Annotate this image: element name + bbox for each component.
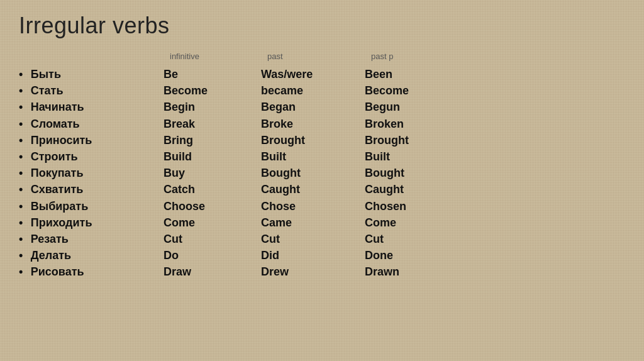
col-past-8: Chose xyxy=(261,198,365,214)
col-past-12: Drew xyxy=(261,264,365,280)
russian-word-5: Строить xyxy=(31,148,78,165)
col-russian-0: • Быть xyxy=(19,66,164,82)
bullet-3: • xyxy=(19,116,23,132)
col-past-2: Began xyxy=(261,99,365,115)
table-row: • Стать Become became Become xyxy=(19,82,625,99)
russian-word-4: Приносить xyxy=(31,132,92,148)
col-russian-12: • Рисовать xyxy=(19,264,164,280)
table-row: • Резать Cut Cut Cut xyxy=(19,231,625,247)
col-past-9: Came xyxy=(261,214,365,231)
col-infinitive-7: Catch xyxy=(164,181,261,197)
col-infinitive-1: Become xyxy=(164,82,261,99)
russian-word-8: Выбирать xyxy=(31,198,88,214)
col-russian-10: • Резать xyxy=(19,231,164,247)
col-infinitive-3: Break xyxy=(164,116,261,132)
col-pastp-2: Begun xyxy=(365,99,462,115)
russian-word-1: Стать xyxy=(31,82,64,99)
col-pastp-8: Chosen xyxy=(365,198,462,214)
col-russian-5: • Строить xyxy=(19,148,164,165)
col-infinitive-11: Do xyxy=(164,247,261,264)
bullet-8: • xyxy=(19,199,23,214)
bullet-11: • xyxy=(19,248,23,264)
col-pastp-0: Been xyxy=(365,66,462,82)
page: Irregular verbs infinitive past past p •… xyxy=(0,0,644,361)
col-past-6: Bought xyxy=(261,165,365,181)
col-pastp-9: Come xyxy=(365,214,462,231)
russian-word-7: Схватить xyxy=(31,181,84,197)
col-pastp-3: Broken xyxy=(365,116,462,132)
col-russian-11: • Делать xyxy=(19,247,164,264)
table-row: • Приносить Bring Brought Brought xyxy=(19,132,625,148)
table-row: • Быть Be Was/were Been xyxy=(19,66,625,82)
col-past-3: Broke xyxy=(261,116,365,132)
verb-table: • Быть Be Was/were Been • Стать Become b… xyxy=(19,66,625,280)
col-infinitive-10: Cut xyxy=(164,231,261,247)
col-russian-3: • Сломать xyxy=(19,116,164,132)
col-russian-2: • Начинать xyxy=(19,99,164,115)
bullet-12: • xyxy=(19,264,23,280)
bullet-10: • xyxy=(19,231,23,247)
russian-word-2: Начинать xyxy=(31,99,84,115)
col-russian-1: • Стать xyxy=(19,82,164,99)
table-row: • Начинать Begin Began Begun xyxy=(19,99,625,115)
col-infinitive-8: Choose xyxy=(164,198,261,214)
col-past-11: Did xyxy=(261,247,365,264)
header-pastp: past p xyxy=(371,52,469,61)
col-past-7: Caught xyxy=(261,181,365,197)
col-past-5: Built xyxy=(261,148,365,165)
page-title: Irregular verbs xyxy=(19,13,625,39)
col-past-10: Cut xyxy=(261,231,365,247)
russian-word-10: Резать xyxy=(31,231,69,247)
col-pastp-11: Done xyxy=(365,247,462,264)
col-past-1: became xyxy=(261,82,365,99)
col-pastp-10: Cut xyxy=(365,231,462,247)
col-infinitive-4: Bring xyxy=(164,132,261,148)
col-infinitive-0: Be xyxy=(164,66,261,82)
col-pastp-1: Become xyxy=(365,82,462,99)
col-pastp-4: Brought xyxy=(365,132,462,148)
col-infinitive-5: Build xyxy=(164,148,261,165)
table-row: • Делать Do Did Done xyxy=(19,247,625,264)
col-infinitive-12: Draw xyxy=(164,264,261,280)
bullet-4: • xyxy=(19,133,23,148)
bullet-9: • xyxy=(19,215,23,231)
table-row: • Покупать Buy Bought Bought xyxy=(19,165,625,181)
col-infinitive-6: Buy xyxy=(164,165,261,181)
bullet-0: • xyxy=(19,67,23,82)
col-pastp-7: Caught xyxy=(365,181,462,197)
table-row: • Строить Build Built Built xyxy=(19,148,625,165)
col-infinitive-2: Begin xyxy=(164,99,261,115)
header-infinitive: infinitive xyxy=(170,52,267,61)
col-past-0: Was/were xyxy=(261,66,365,82)
table-row: • Сломать Break Broke Broken xyxy=(19,116,625,132)
col-russian-9: • Приходить xyxy=(19,214,164,231)
bullet-5: • xyxy=(19,149,23,165)
russian-word-6: Покупать xyxy=(31,165,84,181)
bullet-1: • xyxy=(19,83,23,99)
col-infinitive-9: Come xyxy=(164,214,261,231)
russian-word-12: Рисовать xyxy=(31,264,84,280)
header-past: past xyxy=(267,52,371,61)
russian-word-3: Сломать xyxy=(31,116,80,132)
russian-word-0: Быть xyxy=(31,66,61,82)
col-pastp-12: Drawn xyxy=(365,264,462,280)
col-russian-6: • Покупать xyxy=(19,165,164,181)
col-russian-4: • Приносить xyxy=(19,132,164,148)
col-russian-7: • Схватить xyxy=(19,181,164,197)
table-row: • Приходить Come Came Come xyxy=(19,214,625,231)
col-pastp-5: Built xyxy=(365,148,462,165)
bullet-7: • xyxy=(19,182,23,197)
russian-word-11: Делать xyxy=(31,247,71,264)
bullet-2: • xyxy=(19,99,23,115)
bullet-6: • xyxy=(19,165,23,181)
russian-word-9: Приходить xyxy=(31,214,92,231)
table-row: • Выбирать Choose Chose Chosen xyxy=(19,198,625,214)
col-past-4: Brought xyxy=(261,132,365,148)
col-russian-8: • Выбирать xyxy=(19,198,164,214)
table-row: • Схватить Catch Caught Caught xyxy=(19,181,625,197)
col-pastp-6: Bought xyxy=(365,165,462,181)
table-row: • Рисовать Draw Drew Drawn xyxy=(19,264,625,280)
